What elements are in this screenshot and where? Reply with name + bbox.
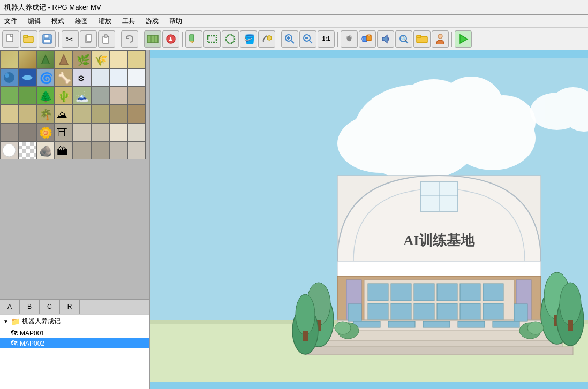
tile-cell[interactable] xyxy=(0,141,18,159)
tab-r[interactable]: R xyxy=(60,300,80,314)
tile-cell[interactable] xyxy=(0,123,18,141)
tile-cell[interactable] xyxy=(73,141,91,159)
tree-item-map001[interactable]: 🗺 MAP001 xyxy=(0,328,149,338)
character-button[interactable] xyxy=(432,30,449,48)
menu-help[interactable]: 帮助 xyxy=(167,16,184,27)
svg-text:🌀: 🌀 xyxy=(40,72,53,85)
map-tool-button[interactable] xyxy=(144,30,161,48)
fill-button[interactable]: 🪣 xyxy=(240,30,257,48)
menu-game[interactable]: 游戏 xyxy=(144,16,161,27)
tile-cell[interactable]: 🌲 xyxy=(36,87,55,105)
tile-cell[interactable] xyxy=(127,50,146,68)
svg-text:🔍: 🔍 xyxy=(401,36,408,42)
plugin-button[interactable] xyxy=(359,30,376,48)
tile-cell[interactable] xyxy=(109,105,127,123)
paste-button[interactable] xyxy=(98,30,115,48)
menu-draw[interactable]: 绘图 xyxy=(73,16,90,27)
tile-cell[interactable] xyxy=(18,141,36,159)
menu-file[interactable]: 文件 xyxy=(2,16,19,27)
tile-cell[interactable]: 🏔 xyxy=(55,141,73,159)
tile-cell[interactable] xyxy=(109,123,127,141)
tile-cell[interactable]: 🌿 xyxy=(73,50,91,68)
tile-cell[interactable] xyxy=(18,123,36,141)
tile-cell[interactable] xyxy=(0,87,18,105)
folder-button[interactable] xyxy=(413,30,431,48)
tile-cell[interactable] xyxy=(0,105,18,123)
tile-cell[interactable] xyxy=(18,105,36,123)
new-button[interactable] xyxy=(2,30,19,48)
tab-c[interactable]: C xyxy=(40,300,60,314)
menu-edit[interactable]: 编辑 xyxy=(26,16,43,27)
play-button[interactable] xyxy=(455,30,472,48)
tile-area[interactable]: 🌿 🌾 🌀 🦴 xyxy=(0,50,149,299)
tile-cell[interactable]: 🌀 xyxy=(36,68,55,87)
title-text: 机器人养成记 - RPG Maker MV xyxy=(4,3,101,12)
tile-cell[interactable] xyxy=(91,141,109,159)
tile-cell[interactable] xyxy=(109,141,127,159)
zoom-1x-button[interactable]: 1:1 xyxy=(318,30,335,48)
zoom-out-button[interactable] xyxy=(299,30,316,48)
tile-cell[interactable] xyxy=(0,68,18,87)
tab-a[interactable]: A xyxy=(0,300,20,314)
tile-cell[interactable] xyxy=(127,68,146,87)
copy-button[interactable] xyxy=(80,30,97,48)
tile-cell[interactable]: 🌵 xyxy=(55,87,73,105)
tree-item-map002[interactable]: 🗺 MAP002 xyxy=(0,338,149,348)
tree-root[interactable]: ▼ 📁 机器人养成记 xyxy=(0,315,149,328)
tile-cell[interactable]: 🪨 xyxy=(36,141,55,159)
tile-cell[interactable]: 🌾 xyxy=(91,50,109,68)
tile-cell[interactable] xyxy=(55,50,73,68)
tile-cell[interactable] xyxy=(91,87,109,105)
pencil-button[interactable] xyxy=(185,30,202,48)
zoom-in-button[interactable] xyxy=(281,30,298,48)
tile-cell[interactable] xyxy=(18,87,36,105)
tile-cell[interactable] xyxy=(91,68,109,87)
shadow-button[interactable] xyxy=(258,30,275,48)
tile-cell[interactable] xyxy=(18,68,36,87)
tile-grid: 🌿 🌾 🌀 🦴 xyxy=(0,50,149,159)
svg-rect-33 xyxy=(368,34,370,36)
tab-b[interactable]: B xyxy=(20,300,40,314)
tile-cell[interactable] xyxy=(91,105,109,123)
sep2 xyxy=(118,32,118,47)
audio-button[interactable] xyxy=(377,30,394,48)
tile-cell[interactable] xyxy=(91,123,109,141)
svg-line-27 xyxy=(310,41,312,43)
tile-cell[interactable] xyxy=(127,105,146,123)
circle-button[interactable] xyxy=(222,30,239,48)
tile-cell[interactable] xyxy=(73,123,91,141)
tile-cell[interactable] xyxy=(0,50,18,68)
tile-cell[interactable] xyxy=(36,50,55,68)
svg-rect-94 xyxy=(391,303,411,321)
menu-tools[interactable]: 工具 xyxy=(120,16,137,27)
svg-text:🏔: 🏔 xyxy=(57,145,67,157)
rect-button[interactable] xyxy=(203,30,221,48)
tile-cell[interactable] xyxy=(109,50,127,68)
menu-mode[interactable]: 模式 xyxy=(49,16,66,27)
menu-zoom[interactable]: 缩放 xyxy=(96,16,114,27)
settings-button[interactable] xyxy=(341,30,358,48)
tile-cell[interactable]: 🗻 xyxy=(73,87,91,105)
tile-cell[interactable] xyxy=(73,105,91,123)
tile-cell[interactable] xyxy=(109,68,127,87)
svg-rect-93 xyxy=(368,303,388,321)
tile-cell[interactable] xyxy=(127,87,146,105)
canvas-area[interactable]: AI训练基地 xyxy=(150,50,588,389)
tile-cell[interactable] xyxy=(109,87,127,105)
tile-cell[interactable] xyxy=(18,50,36,68)
event-tool-button[interactable]: ♟ xyxy=(162,30,179,48)
map-icon: 🗺 xyxy=(11,329,18,337)
tile-cell[interactable] xyxy=(127,141,146,159)
tile-cell[interactable]: 🌼 xyxy=(36,123,55,141)
tile-cell[interactable]: ❄ xyxy=(73,68,91,87)
tile-cell[interactable]: ⛩ xyxy=(55,123,73,141)
cut-button[interactable]: ✂ xyxy=(62,30,79,48)
open-button[interactable] xyxy=(20,30,37,48)
save-button[interactable] xyxy=(39,30,56,48)
tile-cell[interactable]: 🌴 xyxy=(36,105,55,123)
undo-button[interactable] xyxy=(121,30,138,48)
resource-search-button[interactable]: 🔍 xyxy=(395,30,412,48)
tile-cell[interactable]: 🦴 xyxy=(55,68,73,87)
tile-cell[interactable]: ⛰ xyxy=(55,105,73,123)
tile-cell[interactable] xyxy=(127,123,146,141)
